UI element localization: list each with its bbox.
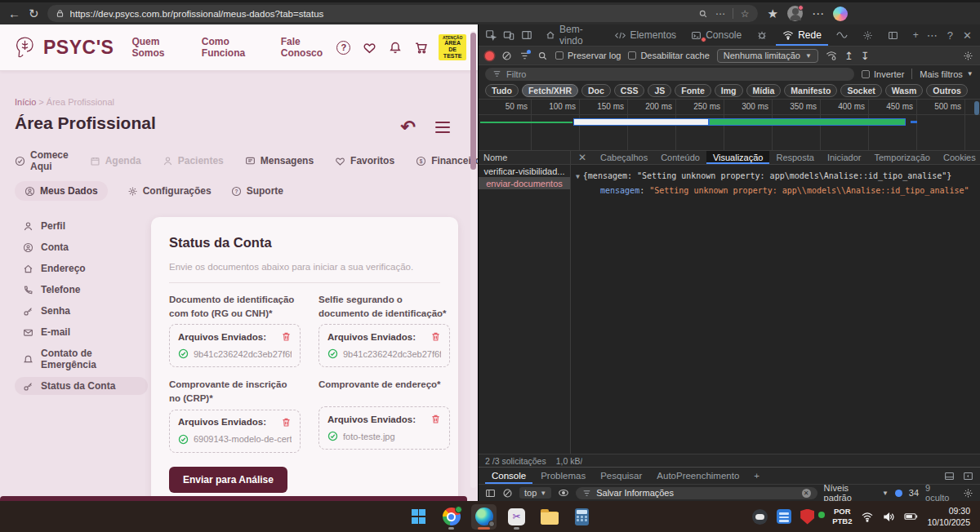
upload-dropzone[interactable]: Arquivos Enviados: foto-teste.jpg: [318, 406, 450, 450]
devtools-tab-rede[interactable]: Rede: [776, 24, 828, 46]
devtools-tab-debugger[interactable]: [750, 24, 774, 46]
address-bar[interactable]: https://dev.psycs.com.br/profissional/me…: [47, 5, 758, 22]
reload-icon[interactable]: ↻: [29, 7, 39, 21]
browser-profile-avatar[interactable]: [787, 6, 803, 21]
browser-menu-icon[interactable]: ⋯: [812, 7, 824, 21]
clear-filter-icon[interactable]: ✕: [802, 489, 811, 498]
chip-socket[interactable]: Socket: [840, 84, 881, 97]
chip-midia[interactable]: Mídia: [746, 84, 782, 97]
record-network-log-icon[interactable]: [485, 51, 494, 60]
blue-app-tray-icon[interactable]: [777, 509, 791, 524]
tab-agenda[interactable]: Agenda: [90, 155, 141, 166]
import-har-icon[interactable]: ↥: [844, 50, 853, 62]
edge-taskbar-button[interactable]: [471, 504, 497, 530]
preview-line-1[interactable]: ▼{mensagem: "Setting unknown property: a…: [576, 169, 975, 184]
chip-tudo[interactable]: Tudo: [485, 84, 519, 97]
drawer-tab-console[interactable]: Console: [485, 468, 532, 484]
file-explorer-button[interactable]: [537, 504, 562, 530]
undo-icon[interactable]: ↶: [401, 118, 416, 136]
cart-icon[interactable]: [414, 41, 428, 55]
start-button[interactable]: [406, 504, 431, 530]
devtools-tab-performance[interactable]: [830, 24, 854, 46]
devtools-tab-layers[interactable]: [881, 24, 905, 46]
log-levels-select[interactable]: Níveis padrão ▼: [824, 483, 889, 503]
trash-icon[interactable]: [430, 331, 441, 342]
help-icon[interactable]: ?: [336, 41, 350, 55]
devtools-tab-elementos[interactable]: Elementos: [608, 24, 683, 46]
add-drawer-tab-icon[interactable]: +: [747, 468, 766, 484]
detail-tab-visualizacao[interactable]: Visualização: [706, 151, 770, 164]
sidebar-item-perfil[interactable]: Perfil: [15, 217, 148, 235]
calculator-button[interactable]: [569, 504, 595, 530]
tab-pacientes[interactable]: Pacientes: [163, 155, 224, 166]
clear-console-icon[interactable]: [502, 488, 513, 499]
upload-dropzone[interactable]: Arquivos Enviados: 9b41c236242dc3eb27f6f…: [169, 324, 301, 367]
tab-favoritos[interactable]: Favoritos: [335, 155, 394, 166]
breadcrumb-home[interactable]: Início: [15, 97, 36, 107]
request-row-verificar-visibilidade[interactable]: verificar-visibilidad...: [479, 165, 570, 177]
name-column-header[interactable]: Nome: [479, 151, 570, 165]
devtools-tab-console[interactable]: Console: [684, 24, 748, 46]
expand-drawer-icon[interactable]: [963, 471, 973, 481]
discord-tray-icon[interactable]: [752, 509, 768, 525]
throttling-select[interactable]: Nenhuma limitação ▼: [717, 49, 818, 63]
close-detail-icon[interactable]: ✕: [571, 152, 594, 163]
network-settings-gear-icon[interactable]: [963, 51, 973, 61]
invert-checkbox[interactable]: Inverter: [862, 69, 904, 79]
mcafee-tray-icon[interactable]: [800, 509, 814, 525]
execution-context-select[interactable]: top ▼: [519, 487, 551, 499]
sidebar-item-endereco[interactable]: Endereço: [15, 259, 148, 277]
heart-icon[interactable]: [363, 41, 376, 55]
devtools-menu-icon[interactable]: ⋯: [927, 29, 938, 42]
enviar-para-analise-button[interactable]: Enviar para Análise: [169, 467, 287, 493]
language-indicator[interactable]: POR PTB2: [832, 507, 852, 526]
waterfall-bar-waiting[interactable]: [573, 118, 709, 126]
detail-tab-cookies[interactable]: Cookies: [937, 151, 980, 164]
overview-scrollbar-thumb[interactable]: [974, 101, 979, 115]
search-icon[interactable]: [698, 9, 708, 19]
snipping-tool-button[interactable]: ✂: [504, 504, 529, 530]
sidebar-item-contato-emergencia[interactable]: Contato de Emergência: [15, 344, 148, 374]
battery-tray-icon[interactable]: [904, 512, 918, 521]
chrome-taskbar-button[interactable]: [439, 504, 464, 530]
search-network-icon[interactable]: [537, 51, 548, 61]
url-text[interactable]: https://dev.psycs.com.br/profissional/me…: [70, 9, 693, 19]
back-icon[interactable]: ←: [8, 7, 20, 20]
site-logo[interactable]: PSYC'S: [11, 34, 114, 61]
sidebar-item-senha[interactable]: Senha: [15, 302, 148, 320]
network-filter-input[interactable]: Filtro: [485, 68, 854, 81]
chip-img[interactable]: Img: [715, 84, 743, 97]
chip-js[interactable]: JS: [648, 84, 671, 97]
clock[interactable]: 09:30 10/10/2025: [927, 505, 970, 528]
detail-tab-conteudo[interactable]: Conteúdo: [654, 151, 706, 164]
chip-outros[interactable]: Outros: [926, 84, 967, 97]
trash-icon[interactable]: [281, 331, 292, 342]
drawer-tab-pesquisar[interactable]: Pesquisar: [594, 468, 648, 484]
nav-como-funciona[interactable]: Como Funciona: [202, 36, 266, 59]
detail-tab-resposta[interactable]: Resposta: [769, 151, 820, 164]
inspect-element-icon[interactable]: [485, 29, 497, 41]
chip-fetch-xhr[interactable]: Fetch/XHR: [522, 84, 578, 97]
favorite-star-icon[interactable]: ☆: [741, 8, 750, 20]
tab-financeiro[interactable]: $ Financeiro: [416, 155, 478, 166]
tab-mensagens[interactable]: Mensagens: [245, 155, 314, 166]
waterfall-bar-initial[interactable]: [480, 122, 572, 123]
devtools-tab-application[interactable]: [856, 24, 880, 46]
bell-icon[interactable]: [389, 41, 402, 54]
trash-icon[interactable]: [430, 414, 441, 424]
chip-doc[interactable]: Doc: [581, 84, 611, 97]
expand-triangle-icon[interactable]: ▼: [576, 173, 580, 180]
devtools-close-icon[interactable]: ✕: [963, 29, 972, 42]
waterfall-bar-download[interactable]: [709, 118, 906, 126]
devtools-help-icon[interactable]: ?: [947, 29, 953, 42]
eye-icon[interactable]: [558, 488, 569, 498]
detail-tab-temporizacao[interactable]: Temporização: [868, 151, 937, 164]
tab-meus-dados[interactable]: Meus Dados: [15, 181, 108, 201]
disable-cache-checkbox[interactable]: Desabilitar cache: [628, 51, 709, 60]
request-row-enviar-documentos[interactable]: enviar-documentos: [479, 177, 570, 189]
more-filters-button[interactable]: Mais filtros ▼: [920, 69, 973, 79]
clear-network-log-icon[interactable]: [501, 51, 512, 61]
nav-fale-conosco[interactable]: Fale Conosco: [281, 36, 337, 59]
tab-configuracoes[interactable]: Configurações: [127, 185, 212, 197]
drawer-tab-problemas[interactable]: Problemas: [534, 468, 592, 484]
